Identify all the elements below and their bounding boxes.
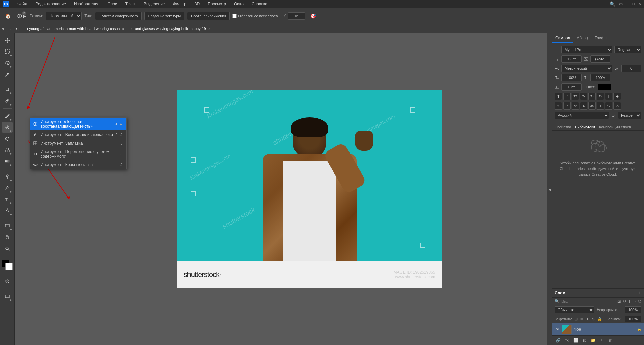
layers-mode-select[interactable]: Обычные: [555, 306, 594, 313]
baseline-input[interactable]: 0 пт: [561, 83, 582, 91]
dodge-tool[interactable]: ▶: [2, 171, 13, 182]
char-color-swatch[interactable]: [598, 84, 611, 90]
pen-tool[interactable]: ▶: [2, 183, 13, 193]
tracking-input[interactable]: 0: [621, 65, 641, 72]
clone-stamp-tool[interactable]: [2, 133, 13, 144]
underline-btn[interactable]: T: [605, 93, 612, 100]
search-icon[interactable]: 🔍: [610, 1, 615, 7]
layer-link-icon[interactable]: 🔗: [555, 337, 561, 344]
tab-paragraph[interactable]: Абзац: [573, 33, 591, 43]
layers-filter-text-icon[interactable]: T: [628, 299, 631, 303]
text-tool[interactable]: T ▶: [2, 194, 13, 205]
menu-file[interactable]: Файл: [16, 1, 29, 7]
layers-search-input[interactable]: [561, 299, 615, 303]
menu-layers[interactable]: Слои: [106, 1, 119, 7]
menu-window[interactable]: Окно: [233, 1, 245, 7]
panel-collapse-btn[interactable]: ◀: [0, 27, 5, 30]
close-icon[interactable]: ✕: [638, 2, 641, 6]
ligature-fi-btn[interactable]: fi: [555, 102, 562, 110]
approx-button[interactable]: Соотв. приближения: [187, 12, 230, 20]
lock-artboard-icon[interactable]: ⊕: [592, 317, 595, 321]
background-color[interactable]: [5, 263, 13, 270]
gradient-tool[interactable]: ▶: [2, 156, 13, 167]
tab-symbol[interactable]: Символ: [552, 33, 573, 43]
lasso-tool[interactable]: ▶: [2, 58, 13, 68]
layers-filter-adjust-icon[interactable]: ⚙: [623, 299, 626, 303]
ligature-st-btn[interactable]: st: [572, 102, 579, 110]
fraction-btn[interactable]: ½: [613, 102, 621, 110]
minimize-icon[interactable]: ─: [626, 2, 629, 6]
libraries-tab[interactable]: Библиотеки: [575, 125, 595, 129]
layers-filter-smart-icon[interactable]: ◎: [638, 299, 641, 303]
layers-add-btn[interactable]: +: [638, 290, 641, 296]
eraser-tool[interactable]: ▶: [2, 145, 13, 155]
maximize-icon[interactable]: □: [632, 2, 635, 6]
layers-filter-image-icon[interactable]: 🖼: [617, 299, 621, 303]
leading-input[interactable]: (Авто): [590, 55, 610, 63]
document-tab[interactable]: stock-photo-young-african-american-man-w…: [5, 24, 206, 33]
ordinal-a-btn[interactable]: A: [580, 102, 587, 110]
menu-3d[interactable]: 3D: [193, 1, 201, 7]
ordinal-t-btn[interactable]: T: [597, 102, 604, 110]
layer-folder-icon[interactable]: 📁: [590, 337, 596, 344]
ctx-patch[interactable]: Инструмент "Заплатка" J: [30, 139, 126, 148]
menu-text[interactable]: Текст: [124, 1, 137, 7]
lock-brush-icon[interactable]: ✏: [580, 317, 583, 321]
lock-move-icon[interactable]: ✛: [586, 317, 589, 321]
ctx-heal[interactable]: Инструмент "Восстанавливающая кисть" J: [30, 130, 126, 139]
move-tool[interactable]: [2, 35, 13, 46]
magic-wand-tool[interactable]: [2, 69, 13, 80]
scale-h-input[interactable]: 100%: [590, 74, 610, 81]
ctx-content-move[interactable]: Инструмент "Перемещение с учетом содержи…: [30, 148, 126, 160]
lock-all-icon[interactable]: 🔒: [597, 317, 602, 321]
ligature-f-btn[interactable]: f: [563, 102, 571, 110]
menu-edit[interactable]: Редактирование: [34, 1, 67, 7]
font-family-select[interactable]: Myriad Pro: [561, 46, 612, 53]
smallcaps-btn[interactable]: Tr: [580, 93, 587, 100]
color-selector[interactable]: [2, 260, 13, 270]
texture-button[interactable]: Создание текстуры: [144, 12, 185, 20]
all-layers-checkbox[interactable]: [232, 14, 237, 18]
layers-filter-shape-icon[interactable]: ▭: [633, 299, 636, 303]
screen-mode-tool[interactable]: ▶: [2, 291, 13, 302]
bold-btn[interactable]: T: [555, 93, 562, 100]
lock-checkerboard-icon[interactable]: ⊞: [575, 317, 578, 321]
sharpness-select[interactable]: Резкое: [618, 112, 641, 119]
menu-help[interactable]: Справка: [250, 1, 269, 7]
fill-input[interactable]: 100%: [625, 316, 641, 322]
heal-tool-btn[interactable]: ▶ 19: [16, 11, 27, 21]
rect-shape-tool[interactable]: ▶: [2, 220, 13, 231]
tab-glyphs[interactable]: Глифы: [591, 33, 611, 43]
layer-comps-tab[interactable]: Композиции слоев: [599, 125, 631, 129]
heal-spot-tool[interactable]: ▶: [2, 122, 13, 133]
superscript-btn[interactable]: T2: [588, 93, 596, 100]
target-btn[interactable]: 🎯: [308, 11, 318, 21]
layer-adjust-icon[interactable]: ◐: [581, 337, 588, 344]
home-button[interactable]: 🏠: [3, 11, 13, 21]
mode-select[interactable]: Нормальный: [46, 12, 82, 20]
select-tool[interactable]: ▶: [2, 46, 13, 57]
font-size-input[interactable]: 12 пт: [561, 55, 582, 63]
path-select-tool[interactable]: ▶: [2, 205, 13, 216]
angle-input[interactable]: 0°: [288, 12, 305, 20]
layer-visibility-btn[interactable]: 👁: [555, 327, 560, 332]
subscript-btn[interactable]: T1: [597, 93, 604, 100]
layer-fx-icon[interactable]: fx: [564, 337, 570, 344]
ctx-spot-heal[interactable]: Инструмент «Точечная восстанавливающая к…: [30, 118, 126, 130]
layer-item-bg[interactable]: 👁 Фон 🔒: [552, 323, 644, 335]
layer-delete-icon[interactable]: 🗑: [607, 337, 614, 344]
italic-btn[interactable]: T: [563, 93, 571, 100]
menu-select[interactable]: Выделение: [142, 1, 166, 7]
properties-tab[interactable]: Свойства: [555, 125, 571, 129]
menu-filter[interactable]: Фильтр: [172, 1, 188, 7]
ordinal-1st-btn[interactable]: 1st: [605, 102, 612, 110]
right-panel-collapse-btn[interactable]: ◀: [547, 33, 552, 345]
brush-tool[interactable]: ▶: [2, 111, 13, 121]
font-style-select[interactable]: Regular: [614, 46, 641, 53]
kerning-select[interactable]: Метрический: [561, 65, 612, 72]
layer-add-icon[interactable]: +: [598, 337, 605, 344]
oldstyle-aa-btn[interactable]: aa: [588, 102, 596, 110]
zoom-tool[interactable]: [2, 243, 13, 254]
opacity-input[interactable]: 100%: [625, 306, 641, 313]
menu-view[interactable]: Просмотр: [206, 1, 227, 7]
